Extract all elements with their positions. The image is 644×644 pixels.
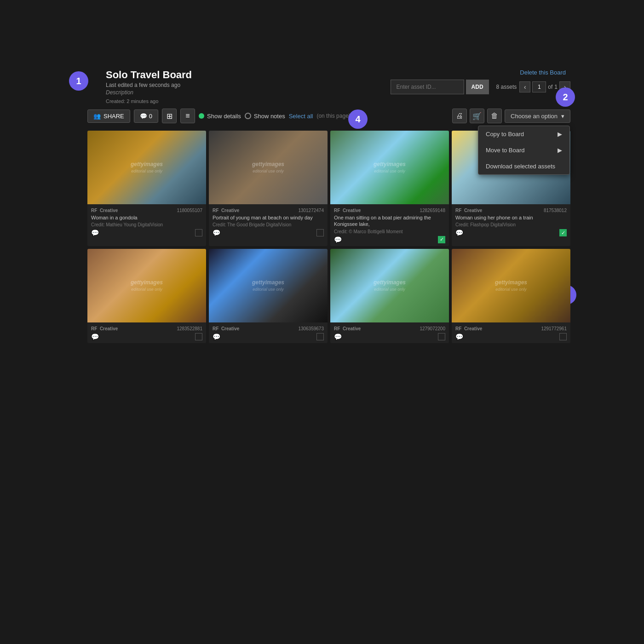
- image-card: gettyimageseditorial use onlyRF Creative…: [209, 131, 328, 246]
- image-card: gettyimageseditorial use onlyRF Creative…: [87, 131, 206, 246]
- card-comment-icon[interactable]: 💬: [213, 333, 220, 340]
- image-card: gettyimageseditorial use onlyRF Creative…: [330, 131, 449, 246]
- choose-option-dropdown: Copy to Board ▶ Move to Board ▶ Download…: [478, 126, 570, 175]
- asset-id-input[interactable]: [391, 80, 464, 94]
- image-card: gettyimageseditorial use onlyRF Creative…: [452, 249, 570, 343]
- asset-id: 1180055107: [177, 208, 202, 213]
- board-title: Solo Travel Board: [106, 69, 192, 81]
- cart-button[interactable]: 🛒: [470, 109, 484, 123]
- share-button[interactable]: 👥 SHARE: [87, 109, 130, 123]
- getty-watermark: gettyimageseditorial use only: [374, 279, 406, 292]
- rf-badge: RF Creative: [455, 326, 482, 331]
- select-all-link[interactable]: Select all: [289, 113, 313, 120]
- move-to-board-option[interactable]: Move to Board ▶: [478, 142, 569, 158]
- card-checkbox[interactable]: [316, 229, 324, 236]
- show-notes-toggle[interactable]: Show notes: [245, 113, 285, 120]
- asset-input-row: ADD 8 assets ‹ of 1 ›: [391, 80, 570, 94]
- getty-watermark: gettyimageseditorial use only: [131, 161, 163, 174]
- comment-icon: 💬: [140, 113, 147, 120]
- step-badge-4: 4: [348, 109, 368, 129]
- asset-id: 1283522881: [177, 326, 202, 331]
- download-selected-option[interactable]: Download selected assets: [478, 158, 569, 174]
- card-title: Woman using her phone on a train: [455, 214, 567, 221]
- select-all-subtext: (on this page): [316, 113, 350, 119]
- asset-id: 1282659148: [420, 208, 445, 213]
- getty-watermark: gettyimageseditorial use only: [252, 279, 284, 292]
- asset-id: 1279072200: [420, 326, 445, 331]
- card-checkbox[interactable]: [195, 229, 202, 236]
- rf-badge: RF Creative: [334, 326, 361, 331]
- show-notes-label: Show notes: [254, 113, 285, 120]
- image-card: gettyimageseditorial use onlyRF Creative…: [330, 249, 449, 343]
- card-credit: Credit: © Marco Bottigelli Moment: [334, 229, 445, 234]
- cart-icon: 🛒: [472, 112, 482, 121]
- rf-badge: RF Creative: [213, 326, 239, 331]
- card-checkbox[interactable]: [195, 333, 202, 340]
- getty-watermark: gettyimageseditorial use only: [252, 161, 284, 174]
- card-comment-icon[interactable]: 💬: [455, 229, 463, 236]
- card-checkbox[interactable]: [316, 333, 324, 340]
- prev-page-button[interactable]: ‹: [519, 81, 530, 92]
- image-card: gettyimageseditorial use onlyRF Creative…: [87, 249, 206, 343]
- show-details-toggle[interactable]: Show details: [199, 113, 241, 120]
- list-view-button[interactable]: ≡: [180, 109, 195, 123]
- chevron-down-icon: ▾: [561, 113, 564, 120]
- board-subtitle: Last edited a few seconds ago: [106, 82, 192, 88]
- getty-watermark: gettyimageseditorial use only: [131, 279, 163, 292]
- card-comment-icon[interactable]: 💬: [455, 333, 463, 340]
- asset-id: 1291772961: [541, 326, 567, 331]
- trash-icon: 🗑: [491, 112, 498, 120]
- choose-option-button[interactable]: Choose an option ▾ Copy to Board ▶ Move …: [505, 109, 570, 123]
- card-credit: Credit: Mathieu Young DigitalVision: [91, 222, 202, 227]
- rf-badge: RF Creative: [91, 208, 118, 213]
- share-icon: 👥: [93, 113, 101, 120]
- print-button[interactable]: 🖨: [452, 109, 467, 123]
- card-comment-icon[interactable]: 💬: [213, 229, 220, 236]
- details-active-indicator: [199, 113, 204, 119]
- step-badge-1: 1: [69, 71, 88, 91]
- delete-board-link[interactable]: Delete this Board: [520, 69, 566, 76]
- copy-to-board-option[interactable]: Copy to Board ▶: [478, 126, 569, 142]
- card-credit: Credit: Flashpop DigitalVision: [455, 222, 567, 227]
- card-checkbox[interactable]: [438, 333, 445, 340]
- list-icon: ≡: [185, 112, 190, 120]
- rf-badge: RF Creative: [91, 326, 118, 331]
- board-description: Description: [106, 89, 192, 96]
- rf-badge: RF Creative: [455, 208, 482, 213]
- arrow-right-icon: ▶: [558, 131, 562, 138]
- show-details-label: Show details: [207, 113, 241, 120]
- assets-count: 8 assets: [496, 84, 517, 90]
- card-comment-icon[interactable]: 💬: [91, 333, 99, 340]
- add-asset-button[interactable]: ADD: [466, 80, 489, 94]
- card-title: Woman in a gondola: [91, 214, 202, 221]
- step-badge-2: 2: [556, 87, 575, 107]
- rf-badge: RF Creative: [213, 208, 239, 213]
- arrow-right-icon: ▶: [558, 147, 562, 154]
- card-title: One man sitting on a boat pier admiring …: [334, 214, 445, 228]
- choose-option-label: Choose an option: [511, 113, 558, 120]
- rf-badge: RF Creative: [334, 208, 361, 213]
- card-checkbox[interactable]: [559, 333, 567, 340]
- getty-watermark: gettyimageseditorial use only: [495, 279, 527, 292]
- image-card: gettyimageseditorial use onlyRF Creative…: [209, 249, 328, 343]
- board-created: Created: 2 minutes ago: [106, 98, 192, 104]
- grid-view-button[interactable]: ⊞: [162, 109, 177, 123]
- card-title: Portrait of young man at beach on windy …: [213, 214, 324, 221]
- board-info: Solo Travel Board Last edited a few seco…: [87, 69, 192, 109]
- asset-id: 1306359673: [298, 326, 324, 331]
- delete-selected-button[interactable]: 🗑: [487, 109, 502, 123]
- asset-id: 817538012: [544, 208, 567, 213]
- card-comment-icon[interactable]: 💬: [334, 236, 342, 243]
- comments-button[interactable]: 💬 0: [134, 109, 158, 123]
- asset-id: 1301272474: [298, 208, 324, 213]
- card-comment-icon[interactable]: 💬: [91, 229, 99, 236]
- print-icon: 🖨: [456, 112, 463, 120]
- getty-watermark: gettyimageseditorial use only: [374, 161, 406, 174]
- card-checkbox-checked[interactable]: ✓: [559, 229, 567, 236]
- card-credit: Credit: The Good Brigade DigitalVision: [213, 222, 324, 227]
- page-number-input[interactable]: [532, 81, 546, 92]
- grid-icon: ⊞: [167, 112, 172, 121]
- notes-toggle-indicator: [245, 113, 251, 119]
- card-comment-icon[interactable]: 💬: [334, 333, 342, 340]
- card-checkbox-checked[interactable]: ✓: [438, 236, 445, 243]
